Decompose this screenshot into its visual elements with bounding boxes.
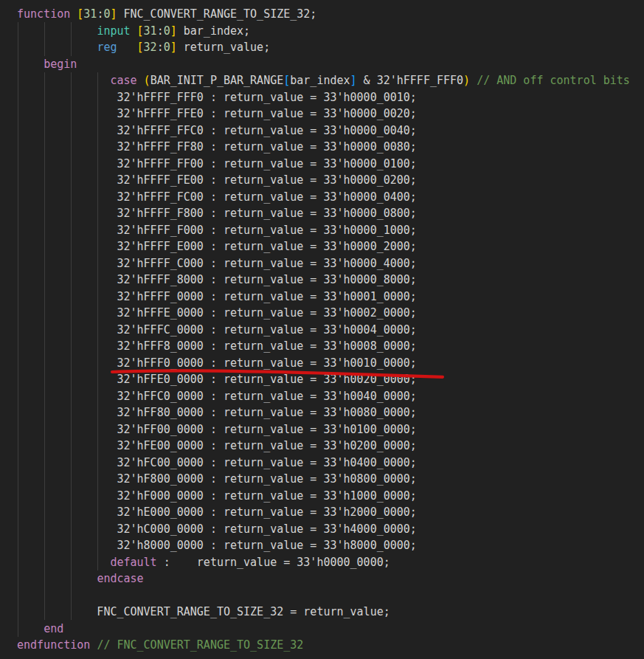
code-token: 32'hF800_0000 : return_value = 33'h0800_… [17,472,417,486]
code-token: ] [170,24,177,38]
code-token: case [110,74,136,87]
code-token: 32'hFFE0_0000 : return_value = 33'h0020_… [17,373,417,386]
code-line[interactable]: 32'hFFFF_8000 : return_value = 33'h0000_… [17,272,644,289]
code-token: 32'hC000_0000 : return_value = 33'h4000_… [17,522,417,536]
code-token: & 32'hFFFF_FFF0 [357,74,464,87]
code-token: input [97,24,130,38]
code-line[interactable]: 32'hFFF8_0000 : return_value = 33'h0008_… [17,338,644,355]
code-line[interactable]: begin [17,56,644,73]
code-token: 32'hFF80_0000 : return_value = 33'h0080_… [17,406,417,419]
code-token: [ [137,24,144,38]
indent-guide [71,22,72,56]
code-token: 32'hFFFF_FE00 : return_value = 33'h0000_… [17,173,417,187]
code-token: 32'hFFF0_0000 : return_value = 33'h0010_… [17,356,417,370]
code-token: // FNC_CONVERT_RANGE_TO_SIZE_32 [97,638,303,652]
code-token: 32'hFE00_0000 : return_value = 33'h0200_… [17,439,417,452]
code-token: 32 [144,41,157,54]
code-line[interactable]: endfunction // FNC_CONVERT_RANGE_TO_SIZE… [17,637,644,654]
code-token [17,556,110,569]
code-line[interactable]: 32'hF800_0000 : return_value = 33'h0800_… [17,471,644,488]
code-line[interactable]: function [31:0] FNC_CONVERT_RANGE_TO_SIZ… [17,6,644,23]
code-token: 32'hFFFF_C000 : return_value = 33'h0000_… [17,257,417,270]
code-token: endcase [97,572,143,585]
code-line[interactable]: 32'hFC00_0000 : return_value = 33'h0400_… [17,455,644,472]
code-token [17,24,97,38]
code-token: 32'hFFFF_0000 : return_value = 33'h0001_… [17,290,417,303]
code-editor[interactable]: function [31:0] FNC_CONVERT_RANGE_TO_SIZ… [0,0,644,659]
code-token: 32'hFFC0_0000 : return_value = 33'h0040_… [17,390,417,403]
code-line[interactable]: 32'hFF00_0000 : return_value = 33'h0100_… [17,421,644,438]
code-token: 32'hFFFF_FF80 : return_value = 33'h0000_… [17,140,417,153]
code-token: 32'hFFFF_FF00 : return_value = 33'h0000_… [17,157,417,170]
code-line[interactable]: 32'hFFFF_FC00 : return_value = 33'h0000_… [17,189,644,206]
code-token: 32'hFFFF_FFE0 : return_value = 33'h0000_… [17,107,417,120]
code-line[interactable]: FNC_CONVERT_RANGE_TO_SIZE_32 = return_va… [17,604,644,621]
code-token [17,74,110,87]
indent-guide [44,22,45,56]
code-token: 32'hFFFC_0000 : return_value = 33'h0004_… [17,323,417,337]
code-token: 31 [83,7,97,21]
code-line[interactable]: 32'hFFFF_C000 : return_value = 33'h0000_… [17,255,644,272]
code-token [17,572,97,585]
code-line[interactable]: 32'hFFFF_FE00 : return_value = 33'h0000_… [17,172,644,189]
code-token: : [157,41,164,54]
code-line[interactable]: 32'hFF80_0000 : return_value = 33'h0080_… [17,404,644,421]
code-token: 32'hFFFF_E000 : return_value = 33'h0000_… [17,240,417,253]
code-token [17,41,97,54]
indent-guide [71,72,72,620]
code-token: 32'hF000_0000 : return_value = 33'h1000_… [17,489,417,503]
code-line[interactable]: 32'hFFFF_FFC0 : return_value = 33'h0000_… [17,123,644,139]
code-token: : return_value = 33'h0000_0000; [157,556,390,569]
code-token: : [157,24,164,38]
code-token: 32'hFFFF_FC00 : return_value = 33'h0000_… [17,190,417,204]
code-line[interactable]: 32'hFFFF_FFF0 : return_value = 33'h0000_… [17,89,644,106]
code-line[interactable]: 32'hE000_0000 : return_value = 33'h2000_… [17,504,644,521]
code-line[interactable]: 32'hFFF0_0000 : return_value = 33'h0010_… [17,355,644,372]
code-line[interactable]: 32'hFFFF_F000 : return_value = 33'h0000_… [17,222,644,239]
code-token: [ [283,74,290,87]
indent-guide [97,72,98,570]
code-line[interactable]: 32'hFE00_0000 : return_value = 33'h0200_… [17,438,644,455]
code-token: 32'hFFF8_0000 : return_value = 33'h0008_… [17,339,417,353]
code-token: 32'hFFFE_0000 : return_value = 33'h0002_… [17,306,417,320]
code-token: ) [463,74,470,87]
code-lines[interactable]: function [31:0] FNC_CONVERT_RANGE_TO_SIZ… [0,0,644,654]
code-line[interactable]: case (BAR_INIT_P_BAR_RANGE[bar_index] & … [17,72,644,89]
code-line[interactable]: default : return_value = 33'h0000_0000; [17,554,644,571]
code-line[interactable] [17,587,644,604]
code-token: BAR_INIT_P_BAR_RANGE [150,74,284,87]
code-line[interactable]: 32'hFFE0_0000 : return_value = 33'h0020_… [17,371,644,388]
code-line[interactable]: 32'hFFFF_FF00 : return_value = 33'h0000_… [17,156,644,173]
code-token [17,622,44,635]
code-token: default [110,556,156,569]
code-line[interactable]: 32'hFFFF_FFE0 : return_value = 33'h0000_… [17,106,644,123]
code-line[interactable]: 32'hFFFE_0000 : return_value = 33'h0002_… [17,305,644,322]
code-token: ] [170,41,177,54]
code-token [137,74,144,87]
code-line[interactable]: 32'hFFFF_F800 : return_value = 33'h0000_… [17,205,644,222]
code-line[interactable]: 32'hFFFF_0000 : return_value = 33'h0001_… [17,289,644,306]
code-line[interactable]: 32'h8000_0000 : return_value = 33'h8000_… [17,537,644,554]
code-token: 32'hFFFF_8000 : return_value = 33'h0000_… [17,273,417,286]
code-token: end [44,622,63,635]
code-token [131,24,137,38]
code-token: [ [77,7,83,21]
code-token: bar_index; [177,24,250,38]
code-line[interactable]: 32'hF000_0000 : return_value = 33'h1000_… [17,488,644,505]
code-token: function [17,7,70,21]
code-token [17,58,44,71]
code-line[interactable]: endcase [17,570,644,587]
code-token: 0 [164,24,170,38]
code-token: reg [97,41,117,54]
code-line[interactable]: 32'hFFFF_E000 : return_value = 33'h0000_… [17,238,644,255]
code-token: endfunction [17,638,90,652]
code-token: 32'hFC00_0000 : return_value = 33'h0400_… [17,456,417,469]
code-line[interactable]: 32'hFFFC_0000 : return_value = 33'h0004_… [17,322,644,339]
code-line[interactable]: end [17,621,644,638]
code-line[interactable]: 32'hFFFF_FF80 : return_value = 33'h0000_… [17,139,644,156]
code-line[interactable]: 32'hFFC0_0000 : return_value = 33'h0040_… [17,388,644,405]
code-line[interactable]: input [31:0] bar_index; [17,23,644,40]
code-line[interactable]: reg [32:0] return_value; [17,39,644,56]
code-token: // AND off control bits [477,74,630,87]
code-line[interactable]: 32'hC000_0000 : return_value = 33'h4000_… [17,521,644,538]
